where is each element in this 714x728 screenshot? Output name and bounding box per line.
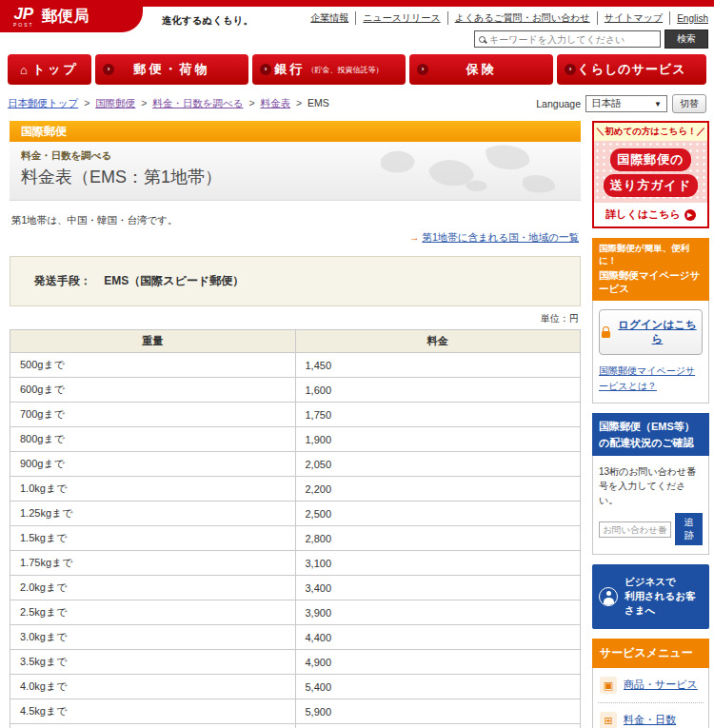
link-sitemap[interactable]: サイトマップ bbox=[598, 11, 670, 25]
zone-note: 第1地帯は、中国・韓国・台湾です。 bbox=[11, 214, 579, 227]
language-switch-button[interactable]: 切替 bbox=[672, 94, 706, 113]
mypage-service-box: 国際郵便が簡単、便利に！ 国際郵便マイページサービス ログインはこちら 国際郵便… bbox=[592, 238, 709, 403]
nav-bank[interactable]: › 銀行 （貯金、投資信託等） bbox=[252, 54, 406, 85]
table-row: 700gまで 1,750 bbox=[10, 403, 581, 427]
chevron-right-icon: › bbox=[417, 64, 428, 75]
global-nav: ⌂ トップ › 郵便・荷物 › 銀行 （貯金、投資信託等） › 保険 › くらし… bbox=[0, 54, 714, 85]
weight-cell: 500gまで bbox=[10, 353, 296, 378]
guide-more-link[interactable]: 詳しくはこちら ▶ bbox=[594, 203, 707, 226]
chevron-right-icon: › bbox=[260, 64, 271, 75]
service-menu-item[interactable]: ⊞ 料金・日数 bbox=[598, 703, 704, 728]
fare-cell: 1,600 bbox=[295, 378, 581, 403]
crumb-rates-days[interactable]: 料金・日数を調べる bbox=[152, 97, 243, 108]
fare-cell: 1,750 bbox=[295, 403, 581, 427]
link-corporate[interactable]: 企業情報 bbox=[304, 11, 356, 25]
table-row: 4.0kgまで 5,400 bbox=[10, 675, 581, 699]
service-menu-body: ▣ 商品・サービス ⊞ 料金・日数 bbox=[592, 668, 709, 728]
table-row: 3.0kgまで 4,400 bbox=[10, 625, 581, 650]
fare-cell: 2,050 bbox=[295, 452, 581, 477]
nav-mail-parcel[interactable]: › 郵便・荷物 bbox=[95, 54, 248, 85]
mypage-box-header: 国際郵便が簡単、便利に！ 国際郵便マイページサービス bbox=[592, 238, 709, 301]
logo-text: 郵便局 bbox=[42, 7, 90, 27]
keyword-search-input[interactable] bbox=[489, 34, 656, 45]
business-person-icon bbox=[599, 587, 618, 606]
search-box[interactable] bbox=[474, 30, 661, 48]
shipping-method-value: EMS（国際スピード郵便） bbox=[104, 274, 244, 287]
chevron-down-icon: ▼ bbox=[654, 100, 662, 108]
link-faq-contact[interactable]: よくあるご質問・お問い合わせ bbox=[448, 11, 598, 25]
weight-cell: 1.0kgまで bbox=[10, 477, 296, 502]
zone-countries-link[interactable]: 第1地帯に含まれる国・地域の一覧 bbox=[422, 231, 579, 243]
fare-cell: 5,400 bbox=[295, 675, 581, 699]
breadcrumb-row: 日本郵便トップ > 国際郵便 > 料金・日数を調べる > 料金表 > EMS L… bbox=[0, 85, 714, 119]
login-button[interactable]: ログインはこちら bbox=[599, 309, 703, 355]
nav-insurance[interactable]: › 保険 bbox=[409, 54, 553, 85]
table-row: 1.5kgまで 2,800 bbox=[10, 526, 581, 551]
ems-rate-table: 重量 料金 500gまで 1,450 600gまで 1,600 bbox=[10, 329, 581, 728]
lock-icon bbox=[602, 331, 610, 338]
brand-tagline: 進化するぬくもり。 bbox=[162, 14, 253, 28]
search-button[interactable]: 検索 bbox=[664, 30, 708, 49]
table-row: 2.0kgまで 3,400 bbox=[10, 576, 581, 600]
guide-banner-middle: 国際郵便の 送り方ガイド bbox=[594, 141, 707, 203]
weight-cell: 3.0kgまで bbox=[10, 625, 296, 650]
table-row: 1.75kgまで 3,100 bbox=[10, 551, 581, 576]
unit-note: 単位：円 bbox=[10, 312, 579, 325]
shipping-method-label: 発送手段： bbox=[34, 274, 91, 287]
breadcrumb: 日本郵便トップ > 国際郵便 > 料金・日数を調べる > 料金表 > EMS bbox=[8, 97, 329, 110]
table-row: 1.25kgまで 2,500 bbox=[10, 502, 581, 526]
tracking-box: 国際郵便（EMS等）の配達状況のご確認 13桁のお問い合わせ番号を入力してくださ… bbox=[592, 413, 709, 555]
weight-cell: 5.0kgまで bbox=[10, 724, 296, 728]
service-menu: サービスメニュー ▣ 商品・サービス ⊞ bbox=[592, 639, 709, 728]
service-menu-item[interactable]: ▣ 商品・サービス bbox=[598, 668, 704, 703]
guide-banner-top: ＼初めての方はこちら！／ bbox=[594, 123, 707, 141]
link-news-release[interactable]: ニュースリリース bbox=[356, 11, 447, 25]
shipping-method-box: 発送手段： EMS（国際スピード郵便） bbox=[10, 256, 581, 306]
fare-cell: 3,100 bbox=[295, 551, 581, 576]
zone-link-row: →第1地帯に含まれる国・地域の一覧 bbox=[10, 231, 579, 245]
weight-cell: 4.5kgまで bbox=[10, 699, 296, 724]
link-english[interactable]: English bbox=[670, 13, 708, 24]
mypage-about-link[interactable]: 国際郵便マイページサービスとは？ bbox=[599, 364, 703, 394]
service-menu-icon: ⊞ bbox=[600, 712, 617, 728]
page-title: 料金表（EMS：第1地帯） bbox=[21, 166, 569, 188]
weight-cell: 800gまで bbox=[10, 427, 296, 452]
category-banner: 国際郵便 bbox=[10, 121, 581, 142]
crumb-international[interactable]: 国際郵便 bbox=[95, 97, 135, 108]
table-row: 600gまで 1,600 bbox=[10, 378, 581, 403]
weight-cell: 900gまで bbox=[10, 452, 296, 477]
home-icon: ⌂ bbox=[20, 63, 28, 77]
track-button[interactable]: 追跡 bbox=[675, 513, 703, 545]
table-row: 800gまで 1,900 bbox=[10, 427, 581, 452]
nav-top[interactable]: ⌂ トップ bbox=[8, 54, 91, 85]
utility-links: 企業情報 ニュースリリース よくあるご質問・お問い合わせ サイトマップ Engl… bbox=[304, 11, 708, 25]
page-title-block: 料金・日数を調べる 料金表（EMS：第1地帯） bbox=[10, 142, 581, 201]
mypage-box-body: ログインはこちら 国際郵便マイページサービスとは？ bbox=[592, 301, 709, 403]
tracking-note: 13桁のお問い合わせ番号を入力してください。 bbox=[599, 464, 703, 507]
table-row: 2.5kgまで 3,900 bbox=[10, 600, 581, 625]
chevron-right-icon: › bbox=[103, 64, 114, 75]
table-row: 1.0kgまで 2,200 bbox=[10, 477, 581, 502]
fare-cell: 1,450 bbox=[295, 353, 581, 378]
weight-cell: 700gまで bbox=[10, 403, 296, 427]
crumb-rate-table[interactable]: 料金表 bbox=[260, 97, 290, 108]
tracking-number-input[interactable] bbox=[599, 521, 671, 538]
jp-post-emblem-icon: JP POST bbox=[13, 6, 34, 28]
fare-cell: 6,400 bbox=[295, 724, 581, 728]
service-menu-header: サービスメニュー bbox=[592, 639, 709, 668]
jp-post-logo[interactable]: JP POST 郵便局 bbox=[0, 0, 143, 32]
weight-cell: 600gまで bbox=[10, 378, 296, 403]
crumb-jp-top[interactable]: 日本郵便トップ bbox=[8, 97, 78, 108]
fare-cell: 2,800 bbox=[295, 526, 581, 551]
fare-cell: 1,900 bbox=[295, 427, 581, 452]
nav-life-services[interactable]: › くらしのサービス bbox=[557, 54, 706, 85]
arrow-right-icon: → bbox=[409, 231, 420, 243]
weight-cell: 2.0kgまで bbox=[10, 576, 296, 600]
language-label: Language bbox=[536, 98, 581, 109]
tracking-box-header: 国際郵便（EMS等）の配達状況のご確認 bbox=[592, 413, 709, 456]
language-select[interactable]: 日本語 ▼ bbox=[585, 95, 667, 112]
business-customers-banner[interactable]: ビジネスで 利用されるお客さまへ bbox=[592, 564, 709, 629]
header-search: 検索 bbox=[474, 30, 708, 49]
beginners-guide-banner[interactable]: ＼初めての方はこちら！／ 国際郵便の 送り方ガイド 詳しくはこちら ▶ bbox=[592, 121, 709, 228]
chevron-right-icon: › bbox=[565, 64, 576, 75]
